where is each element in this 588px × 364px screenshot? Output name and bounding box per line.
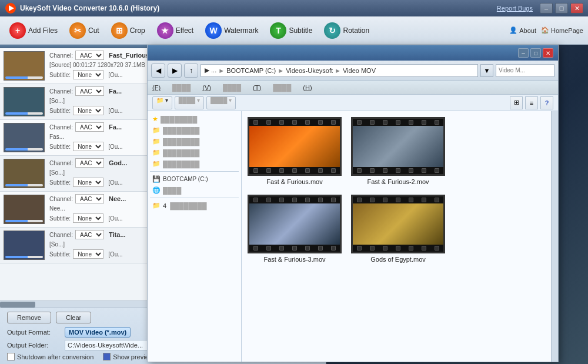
browser-maximize-button[interactable]: □ [530, 48, 541, 58]
film-hole [435, 198, 439, 202]
browser-close-button[interactable]: ✕ [543, 48, 553, 58]
film-hole [409, 168, 413, 173]
film-hole [396, 168, 400, 173]
film-hole [266, 246, 271, 251]
output-folder-label: Output Folder: [7, 342, 60, 349]
menu-blurred3[interactable]: ████ [273, 84, 291, 91]
sidebar-bootcamp-drive[interactable]: 💾 BOOTCAMP (C:) [150, 173, 239, 185]
film-hole [253, 246, 258, 251]
sidebar-folder-3[interactable]: 📁 ████████ [150, 147, 239, 158]
menu-blurred2[interactable]: ████ [223, 84, 241, 91]
shutdown-checkbox-item[interactable]: Shutdown after conversion [7, 353, 93, 360]
video-thumb-item[interactable]: Fast & Furious-3.mov [248, 195, 342, 263]
view-icon-btn[interactable]: ⊞ [510, 96, 523, 109]
output-info: [Ou... [108, 179, 122, 186]
browser-main[interactable]: Fast & Furious.mov Fas [242, 111, 551, 362]
film-hole [292, 168, 297, 173]
folder-icon-4: 📁 [152, 160, 161, 168]
sidebar-network[interactable]: 🌐 ████ [150, 185, 239, 196]
channel-select[interactable]: AAC [75, 122, 104, 132]
film-strip-bottom [353, 167, 443, 174]
sidebar-folder-number[interactable]: 📁 4 ████████ [150, 200, 239, 211]
path-dropdown-button[interactable]: ▼ [480, 64, 493, 77]
channel-select[interactable]: AAC [75, 86, 104, 96]
film-strip-bottom [249, 245, 340, 252]
menu-h[interactable]: (H) [303, 84, 312, 91]
menu-t[interactable]: (T) [253, 84, 261, 91]
back-button[interactable]: ◀ [151, 64, 165, 78]
browser-titlebar: – □ ✕ [148, 45, 558, 61]
output-format-select[interactable]: MOV Video (*.mov) [65, 327, 131, 338]
video-thumb-item[interactable]: Gods of Egypt.mov [351, 195, 445, 263]
channel-select[interactable]: AAC [75, 51, 104, 60]
sidebar-favorites[interactable]: ★ ████████ [150, 113, 239, 125]
subtitle-select[interactable]: None [73, 249, 103, 259]
clear-button[interactable]: Clear [56, 312, 91, 323]
subtitle-select[interactable]: None [73, 213, 103, 223]
film-strip-top [249, 119, 340, 126]
progress-bar [5, 148, 43, 151]
effect-button[interactable]: ★ Effect [152, 20, 198, 41]
browser-minimize-button[interactable]: – [518, 48, 529, 58]
film-hole [370, 120, 375, 125]
file-name: Fa... [109, 123, 122, 131]
cut-button[interactable]: ✂ Cut [65, 20, 104, 41]
remove-button[interactable]: Remove [7, 312, 51, 323]
preview-checkbox[interactable] [103, 353, 111, 360]
forward-button[interactable]: ▶ [168, 64, 182, 78]
file-source: [So...] [49, 98, 65, 104]
minimize-button[interactable]: – [540, 3, 553, 14]
subtitle-select[interactable]: None [73, 142, 103, 151]
add-files-button[interactable]: + Add Files [5, 20, 62, 41]
film-hole [409, 120, 413, 125]
output-info: [Ou... [108, 143, 122, 150]
video-thumbnail [248, 195, 342, 253]
new-folder-btn[interactable]: 📁 ▾ [152, 96, 172, 109]
crop-button[interactable]: ⊞ Crop [106, 20, 150, 41]
film-strip-bottom [353, 245, 443, 252]
subtitle-select[interactable]: None [73, 178, 103, 187]
channel-select[interactable]: AAC [75, 158, 104, 168]
watermark-button[interactable]: W Watermark [201, 20, 263, 41]
film-hole [266, 168, 271, 173]
view-help-btn[interactable]: ? [540, 96, 553, 109]
view-list-btn[interactable]: ≡ [525, 96, 538, 109]
sidebar-folder-1[interactable]: 📁 ████████ [150, 125, 239, 136]
shutdown-checkbox[interactable] [7, 353, 15, 360]
subtitle-select[interactable]: None [73, 106, 103, 115]
film-strip-top [249, 196, 340, 203]
film-hole [266, 198, 271, 202]
menu-blurred1[interactable]: ████ [172, 84, 191, 91]
open-btn[interactable]: ████ ▾ [175, 96, 204, 109]
up-button[interactable]: ↑ [184, 64, 198, 78]
output-info: [Ou... [108, 215, 122, 222]
report-bugs-link[interactable]: Report Bugs [497, 5, 533, 12]
channel-label: Channel: [49, 52, 73, 59]
channel-select[interactable]: AAC [75, 230, 104, 239]
film-hole [396, 198, 400, 202]
video-thumbnail [248, 117, 342, 176]
menu-v[interactable]: (V) [202, 84, 211, 91]
homepage-button[interactable]: 🏠 HomePage [541, 26, 583, 34]
film-hole [409, 246, 413, 251]
film-hole [292, 198, 297, 202]
burn-btn[interactable]: ████ ▾ [206, 96, 236, 109]
subtitle-button[interactable]: T Subtitle [265, 20, 317, 41]
video-thumb-item[interactable]: Fast & Furious.mov [248, 117, 342, 185]
channel-select[interactable]: AAC [75, 194, 104, 203]
rotation-button[interactable]: ↻ Rotation [319, 20, 374, 41]
sidebar-folder-2[interactable]: 📁 ████████ [150, 136, 239, 147]
subtitle-select[interactable]: None [73, 70, 103, 79]
file-search-input[interactable] [496, 64, 554, 77]
sidebar-folder-4[interactable]: 📁 ████████ [150, 158, 239, 169]
film-hole [292, 120, 297, 125]
video-thumb-item[interactable]: Fast & Furious-2.mov [351, 117, 445, 185]
film-strip-bottom [249, 167, 340, 174]
about-button[interactable]: 👤 About [509, 26, 536, 34]
file-thumbnail [4, 195, 45, 224]
maximize-button[interactable]: □ [555, 3, 568, 14]
menu-f[interactable]: (F) [152, 84, 161, 91]
browser-scrollbar[interactable] [551, 111, 558, 362]
channel-label: Channel: [49, 232, 73, 238]
close-button[interactable]: ✕ [570, 3, 583, 14]
